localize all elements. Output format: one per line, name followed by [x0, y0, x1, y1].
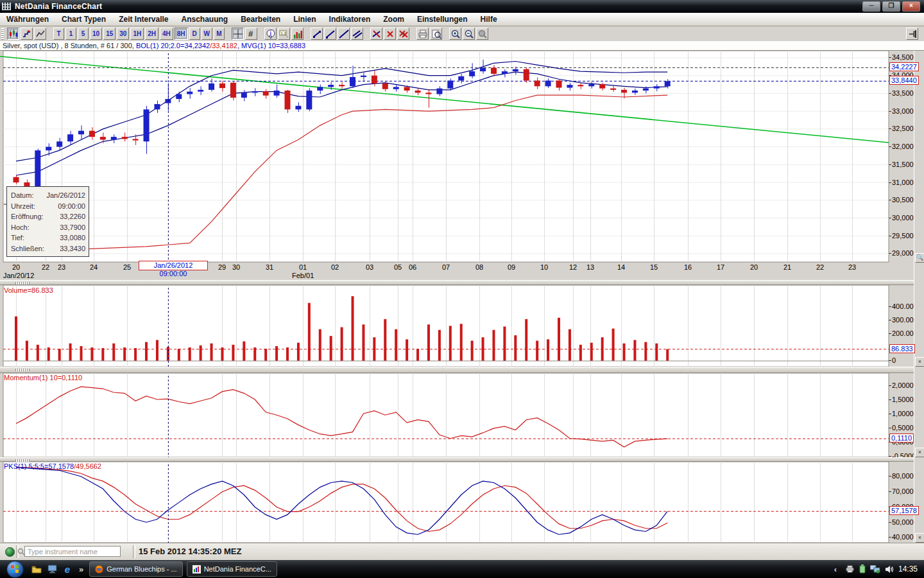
interval-button-d[interactable]: D [189, 28, 200, 40]
info-balloon-button[interactable]: i [264, 28, 277, 40]
volume-panel-plot[interactable] [3, 285, 889, 367]
start-button[interactable] [6, 561, 24, 578]
pin-button[interactable] [906, 28, 918, 40]
trendline-ray-button[interactable] [324, 28, 336, 40]
delete-all-lines-button[interactable] [397, 28, 409, 40]
toolbar-grip[interactable] [1, 28, 4, 40]
close-button[interactable]: × [902, 1, 920, 12]
interval-button-w[interactable]: W [201, 28, 212, 40]
interval-button-1h[interactable]: 1H [130, 28, 144, 40]
ohlc-bar-chart-button[interactable] [21, 28, 33, 40]
netdania-icon [193, 565, 201, 574]
menu-item-währungen[interactable]: Währungen [0, 13, 55, 25]
menu-item-einstellungen[interactable]: Einstellungen [411, 13, 474, 25]
instrument-search-input[interactable] [24, 546, 121, 557]
trendline-extended-button[interactable] [338, 28, 350, 40]
momentum-panel-plot[interactable] [3, 373, 889, 457]
menu-item-hilfe[interactable]: Hilfe [474, 13, 504, 25]
interval-button-30[interactable]: 30 [117, 28, 129, 40]
interval-button-2h[interactable]: 2H [145, 28, 158, 40]
minimize-button[interactable]: ─ [862, 1, 880, 12]
maximize-button[interactable]: ❐ [882, 1, 900, 12]
interval-button-5[interactable]: 5 [78, 28, 89, 40]
zoom-off-icon [477, 29, 488, 39]
menu-item-indikatoren[interactable]: Indikatoren [323, 13, 377, 25]
delete-line-button[interactable] [384, 28, 396, 40]
print-icon [418, 29, 428, 39]
zoom-in-button[interactable] [449, 28, 461, 40]
data-label-button[interactable]: 1,2 [278, 28, 290, 40]
interval-button-8h[interactable]: 8H [175, 28, 188, 40]
network-tray-icon[interactable] [870, 565, 880, 574]
panel-splitter-pks[interactable] [0, 457, 924, 462]
menu-item-bearbeiten[interactable]: Bearbeiten [234, 13, 287, 25]
tray-expand-chevron[interactable]: ‹ [834, 565, 837, 574]
hide-lines-icon [372, 29, 382, 39]
menu-item-anschauung[interactable]: Anschauung [175, 13, 235, 25]
battery-tray-icon[interactable] [859, 565, 866, 574]
tooltip-row: Tief:33,0080 [11, 232, 85, 243]
zoom-off-button[interactable] [476, 28, 488, 40]
price-panel-plot[interactable] [0, 51, 889, 262]
pks-panel-plot[interactable] [3, 462, 889, 543]
hide-lines-button[interactable] [370, 28, 382, 40]
interval-button-4h[interactable]: 4H [160, 28, 173, 40]
info-balloon-icon: i [266, 29, 276, 39]
candlestick-chart-button[interactable] [7, 28, 19, 40]
interval-button-m[interactable]: M [214, 28, 225, 40]
internet-explorer-icon[interactable]: e [62, 563, 73, 575]
title-bar: NetDania FinanceChart ─ ❐ × [0, 0, 924, 13]
interval-button-15[interactable]: 15 [103, 28, 116, 40]
svg-text:1,2: 1,2 [280, 31, 286, 35]
splitter-grip-icon[interactable] [15, 282, 30, 285]
delete-all-lines-icon [398, 29, 409, 39]
close-momentum-panel-icon[interactable]: × [915, 448, 924, 457]
splitter-grip-icon[interactable] [15, 459, 30, 462]
right-edge-strip [914, 51, 924, 543]
crosshair-button[interactable] [232, 28, 244, 40]
tooltip-row: Eröffnung:33,2260 [11, 211, 85, 222]
print-preview-button[interactable] [430, 28, 442, 40]
crosshair-icon [233, 29, 243, 39]
tooltip-label: Tief: [11, 232, 24, 243]
panel-splitter-volume[interactable] [0, 280, 924, 285]
trendline-ray-icon [325, 29, 336, 39]
volume-tray-icon[interactable] [885, 565, 894, 574]
app-icon [2, 3, 11, 10]
task-button-netdania[interactable]: NetDania FinanceC... [187, 561, 277, 577]
menu-item-linien[interactable]: Linien [287, 13, 322, 25]
connection-status-icon [5, 547, 15, 557]
grid-button[interactable]: # [245, 28, 257, 40]
task-button-german-bluechips[interactable]: German Bluechips - ... [89, 561, 182, 577]
divider [133, 545, 135, 558]
chart-plot-area[interactable] [0, 41, 924, 543]
tooltip-value: 33,0080 [60, 232, 85, 243]
trendline-segment-button[interactable] [311, 28, 323, 40]
menu-item-zeit-intervalle[interactable]: Zeit Intervalle [112, 13, 175, 25]
tooltip-value: Jan/26/2012 [46, 190, 85, 201]
taskbar: e » German Bluechips - ... NetDania Fina… [0, 560, 924, 578]
taskbar-clock: 14:35 [898, 565, 918, 574]
desktop-icon[interactable] [46, 563, 58, 575]
window-title: NetDania FinanceChart [15, 2, 102, 11]
zoom-out-button[interactable] [463, 28, 475, 40]
toolbar: T151015301H2H4H8HDWM#i1,2 [0, 26, 924, 42]
menu-item-zoom[interactable]: Zoom [377, 13, 411, 25]
close-volume-panel-icon[interactable]: × [915, 357, 924, 367]
pin-icon [907, 29, 918, 39]
folder-icon[interactable] [31, 563, 42, 575]
close-pks-panel-icon[interactable]: × [915, 533, 924, 543]
panel-splitter-momentum[interactable] [0, 367, 924, 373]
printer-tray-icon[interactable] [845, 565, 855, 573]
zoom-reset-icon[interactable]: 🔍 [915, 253, 924, 263]
splitter-grip-icon[interactable] [15, 369, 30, 371]
print-button[interactable] [416, 28, 429, 40]
menu-item-chart-typen[interactable]: Chart Typen [55, 13, 112, 25]
interval-button-t[interactable]: T [53, 28, 64, 40]
quick-launch-overflow-chevron[interactable]: » [79, 565, 83, 574]
line-chart-button[interactable] [34, 28, 46, 40]
interval-button-10[interactable]: 10 [90, 28, 102, 40]
trendline-channel-button[interactable] [351, 28, 363, 40]
volume-histogram-button[interactable] [291, 28, 304, 40]
interval-button-1[interactable]: 1 [65, 28, 76, 40]
